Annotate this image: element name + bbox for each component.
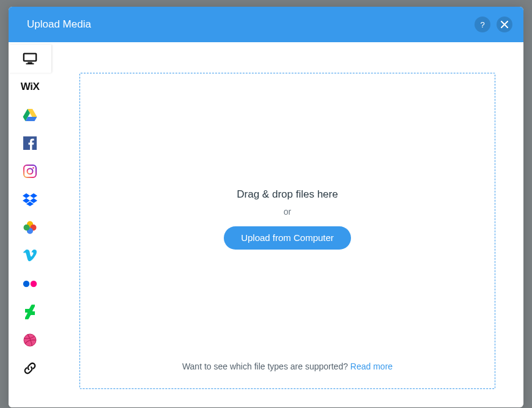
drag-drop-text: Drag & drop files here (237, 188, 338, 201)
modal-title: Upload Media (27, 18, 91, 31)
svg-marker-11 (30, 193, 37, 198)
or-text: or (284, 207, 291, 217)
sidebar-item-facebook[interactable] (9, 129, 51, 157)
supported-types-text: Want to see which file types are support… (182, 362, 350, 371)
dribbble-icon (23, 333, 37, 347)
sidebar-item-google-drive[interactable] (9, 101, 51, 129)
instagram-icon (23, 164, 37, 179)
modal-header: Upload Media ? (9, 7, 523, 42)
google-photos-icon (23, 220, 37, 235)
svg-rect-2 (26, 63, 34, 64)
svg-rect-0 (24, 54, 36, 61)
svg-marker-10 (23, 193, 30, 198)
link-icon (23, 361, 37, 376)
sidebar-item-vimeo[interactable] (9, 242, 51, 270)
sidebar-item-instagram[interactable] (9, 157, 51, 185)
supported-types-footer: Want to see which file types are support… (80, 362, 495, 371)
sidebar-item-wix[interactable]: WiX (9, 73, 51, 101)
google-drive-icon (23, 108, 37, 122)
upload-media-modal: Upload Media ? WiX (9, 7, 523, 407)
read-more-link[interactable]: Read more (350, 362, 393, 371)
upload-panel: Drag & drop files here or Upload from Co… (51, 42, 523, 407)
flickr-icon (23, 276, 37, 291)
sidebar-item-deviantart[interactable] (9, 298, 51, 326)
svg-point-9 (32, 167, 34, 169)
svg-point-8 (28, 169, 33, 174)
sidebar-item-computer[interactable] (9, 45, 51, 73)
close-button[interactable] (497, 17, 512, 32)
sidebar-item-google-photos[interactable] (9, 213, 51, 242)
sidebar-item-dropbox[interactable] (9, 185, 51, 213)
svg-point-20 (23, 281, 29, 287)
computer-icon (23, 51, 37, 66)
dropbox-icon (23, 192, 37, 207)
dropzone-center: Drag & drop files here or Upload from Co… (224, 188, 351, 250)
vimeo-icon (23, 248, 37, 263)
dropzone[interactable]: Drag & drop files here or Upload from Co… (79, 73, 495, 389)
sidebar-item-url[interactable] (9, 354, 51, 382)
help-button[interactable]: ? (475, 17, 490, 32)
deviantart-icon (23, 305, 37, 319)
svg-point-21 (31, 281, 37, 287)
modal-body: WiX (9, 42, 523, 407)
close-icon (501, 21, 508, 28)
facebook-icon (23, 136, 37, 150)
sidebar-item-dribbble[interactable] (9, 326, 51, 354)
svg-rect-7 (24, 165, 36, 177)
upload-from-computer-button[interactable]: Upload from Computer (224, 226, 351, 250)
source-sidebar: WiX (9, 42, 51, 407)
help-icon: ? (480, 20, 484, 29)
wix-icon: WiX (23, 80, 37, 94)
sidebar-item-flickr[interactable] (9, 270, 51, 298)
